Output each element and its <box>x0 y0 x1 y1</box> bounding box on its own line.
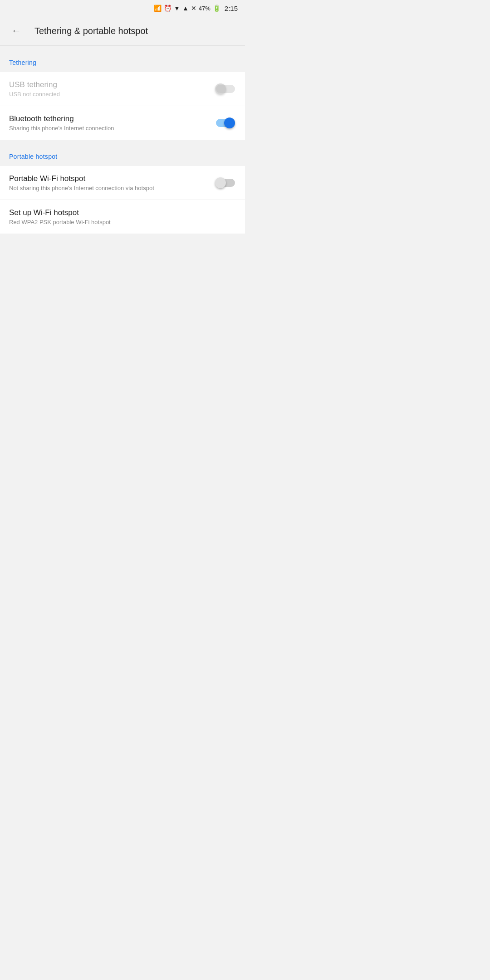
setup-wifi-hotspot-item[interactable]: Set up Wi-Fi hotspot Red WPA2 PSK portab… <box>0 200 245 234</box>
portable-wifi-thumb <box>215 177 226 188</box>
battery-percent: 47% <box>199 5 211 12</box>
tethering-card: USB tethering USB not connected Bluetoot… <box>0 72 245 140</box>
usb-tethering-text: USB tethering USB not connected <box>9 80 215 98</box>
bluetooth-tethering-item[interactable]: Bluetooth tethering Sharing this phone's… <box>0 106 245 140</box>
portable-wifi-hotspot-item[interactable]: Portable Wi-Fi hotspot Not sharing this … <box>0 166 245 200</box>
bluetooth-tethering-thumb <box>224 118 235 128</box>
page-title: Tethering & portable hotspot <box>34 26 148 36</box>
tethering-label: Tethering <box>9 59 36 66</box>
portable-wifi-hotspot-title: Portable Wi-Fi hotspot <box>9 174 215 183</box>
hotspot-label: Portable hotspot <box>9 153 57 160</box>
time-display: 2:15 <box>225 5 238 12</box>
setup-wifi-hotspot-subtitle: Red WPA2 PSK portable Wi-Fi hotspot <box>9 219 236 225</box>
status-icons: 📶 ⏰ ▼ ▲ ✕ 47% 🔋 2:15 <box>154 5 238 12</box>
portable-wifi-hotspot-text: Portable Wi-Fi hotspot Not sharing this … <box>9 174 215 191</box>
battery-icon: 🔋 <box>213 5 220 12</box>
bluetooth-tethering-toggle[interactable] <box>215 117 236 129</box>
status-bar: 📶 ⏰ ▼ ▲ ✕ 47% 🔋 2:15 <box>0 0 245 16</box>
back-button[interactable]: ← <box>7 22 25 40</box>
toolbar: ← Tethering & portable hotspot <box>0 16 245 45</box>
usb-tethering-toggle[interactable] <box>215 83 236 95</box>
tethering-section-header: Tethering <box>0 49 245 72</box>
wifi-icon: ▼ <box>174 5 180 12</box>
no-sim-icon: ✕ <box>191 5 196 12</box>
bottom-divider <box>0 234 245 234</box>
hotspot-card: Portable Wi-Fi hotspot Not sharing this … <box>0 166 245 234</box>
usb-tethering-title: USB tethering <box>9 80 215 89</box>
hotspot-section-header: Portable hotspot <box>0 143 245 166</box>
usb-tethering-item[interactable]: USB tethering USB not connected <box>0 72 245 106</box>
alarm-icon: ⏰ <box>164 5 172 12</box>
signal-icon: ▲ <box>182 5 189 12</box>
portable-wifi-hotspot-subtitle: Not sharing this phone's Internet connec… <box>9 185 215 191</box>
spacer-top <box>0 46 245 49</box>
bluetooth-tethering-subtitle: Sharing this phone's Internet connection <box>9 125 215 132</box>
usb-tethering-thumb <box>215 83 226 94</box>
portable-wifi-toggle[interactable] <box>215 176 236 189</box>
bluetooth-icon: 📶 <box>154 5 162 12</box>
bluetooth-tethering-text: Bluetooth tethering Sharing this phone's… <box>9 114 215 132</box>
bluetooth-tethering-title: Bluetooth tethering <box>9 114 215 123</box>
setup-wifi-hotspot-title: Set up Wi-Fi hotspot <box>9 208 236 217</box>
setup-wifi-hotspot-text: Set up Wi-Fi hotspot Red WPA2 PSK portab… <box>9 208 236 225</box>
usb-tethering-subtitle: USB not connected <box>9 91 215 98</box>
back-arrow-icon: ← <box>11 25 21 37</box>
spacer-middle <box>0 140 245 143</box>
